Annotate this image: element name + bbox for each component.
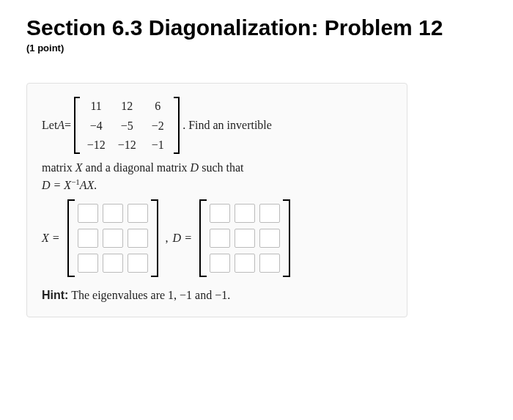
D-equals: D = bbox=[173, 232, 192, 245]
bracket-left bbox=[74, 97, 80, 154]
bracket-right bbox=[283, 199, 290, 277]
problem-box: Let A = 11 12 6 −4 −5 −2 −12 −12 −1 . Fi… bbox=[26, 83, 407, 317]
cell: −5 bbox=[117, 119, 137, 135]
comma: , bbox=[166, 232, 169, 245]
matrix-X-input bbox=[67, 199, 158, 277]
X-input-2-3[interactable] bbox=[128, 229, 148, 248]
equals: = bbox=[64, 119, 71, 132]
D-input-3-1[interactable] bbox=[210, 254, 230, 273]
page-title: Section 6.3 Diagonalization: Problem 12 bbox=[26, 15, 487, 41]
X-input-1-2[interactable] bbox=[103, 204, 123, 223]
cell: 12 bbox=[117, 100, 137, 115]
symbol-A: A bbox=[57, 119, 64, 132]
hint-line: Hint: The eigenvalues are 1, −1 and −1. bbox=[42, 289, 392, 302]
bracket-left bbox=[67, 199, 75, 277]
X-input-3-1[interactable] bbox=[78, 254, 98, 273]
bracket-left bbox=[199, 199, 207, 277]
X-equals: X = bbox=[42, 232, 60, 245]
cell: −4 bbox=[86, 119, 106, 135]
matrix-A-cells: 11 12 6 −4 −5 −2 −12 −12 −1 bbox=[80, 97, 174, 154]
equation-line: D = X−1AX. bbox=[42, 177, 392, 192]
bracket-right bbox=[151, 199, 158, 277]
stmt-3: such that bbox=[199, 161, 243, 174]
X-input-3-3[interactable] bbox=[128, 254, 148, 273]
stmt-2: and a diagonal matrix bbox=[83, 161, 191, 174]
cell: 6 bbox=[147, 100, 168, 115]
cell: 11 bbox=[86, 100, 106, 115]
hint-text: The eigenvalues are 1, −1 and −1. bbox=[68, 289, 230, 301]
X-input-2-1[interactable] bbox=[78, 229, 98, 248]
matrix-D-input bbox=[199, 199, 290, 277]
D-input-3-3[interactable] bbox=[259, 254, 280, 273]
cell: −1 bbox=[147, 139, 168, 154]
X-input-grid bbox=[75, 199, 151, 277]
matrix-A: 11 12 6 −4 −5 −2 −12 −12 −1 bbox=[74, 97, 180, 154]
D-input-1-1[interactable] bbox=[210, 204, 230, 223]
find-text: . Find an invertible bbox=[182, 119, 272, 132]
eq-part1: D = X bbox=[42, 179, 71, 191]
D-input-2-1[interactable] bbox=[210, 229, 230, 248]
hint-label: Hint: bbox=[42, 289, 68, 301]
symbol-D: D bbox=[191, 161, 199, 174]
eq-part2: AX. bbox=[80, 179, 97, 191]
symbol-X: X bbox=[75, 161, 83, 174]
D-input-grid bbox=[207, 199, 283, 277]
cell: −2 bbox=[147, 119, 168, 135]
X-input-1-3[interactable] bbox=[128, 204, 148, 223]
X-input-2-2[interactable] bbox=[103, 229, 123, 248]
inputs-row: X = , D = bbox=[42, 199, 392, 277]
bracket-right bbox=[174, 97, 180, 154]
D-input-2-2[interactable] bbox=[235, 229, 255, 248]
D-input-1-3[interactable] bbox=[259, 204, 280, 223]
D-input-3-2[interactable] bbox=[235, 254, 255, 273]
matrix-definition-row: Let A = 11 12 6 −4 −5 −2 −12 −12 −1 . Fi… bbox=[42, 97, 392, 154]
stmt-1: matrix bbox=[42, 161, 75, 174]
eq-exp: −1 bbox=[71, 177, 80, 186]
X-input-1-1[interactable] bbox=[78, 204, 98, 223]
cell: −12 bbox=[86, 139, 106, 154]
X-input-3-2[interactable] bbox=[103, 254, 123, 273]
D-input-1-2[interactable] bbox=[235, 204, 255, 223]
cell: −12 bbox=[117, 139, 137, 154]
D-input-2-3[interactable] bbox=[259, 229, 280, 248]
points-label: (1 point) bbox=[26, 43, 487, 54]
statement-line: matrix X and a diagonal matrix D such th… bbox=[42, 161, 392, 174]
let-text: Let bbox=[42, 119, 57, 132]
